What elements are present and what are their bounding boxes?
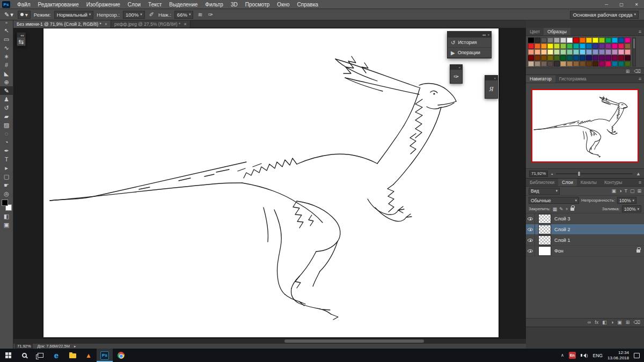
- visibility-eye-icon[interactable]: [526, 246, 535, 256]
- layer-opacity-field[interactable]: 100%▾: [617, 197, 636, 204]
- menu-item-Окно[interactable]: Окно: [273, 0, 293, 9]
- photoshop-logo-icon[interactable]: Ps: [2, 1, 10, 8]
- collapse-icon[interactable]: ◂◂: [482, 33, 485, 36]
- taskbar-clock[interactable]: 12:34 13.06.2018: [608, 350, 629, 361]
- layer-row[interactable]: Фон: [526, 246, 644, 256]
- color-swatch[interactable]: [528, 55, 534, 61]
- color-swatch[interactable]: [586, 49, 592, 55]
- color-swatch[interactable]: [554, 38, 560, 43]
- actions-panel-button[interactable]: ▶Операции: [448, 48, 491, 58]
- taskbar-chrome[interactable]: [113, 349, 129, 362]
- healing-brush-tool[interactable]: ⊕: [0, 78, 13, 86]
- layer-thumbnail[interactable]: [538, 246, 551, 256]
- brush-tool[interactable]: ✎: [0, 86, 13, 95]
- color-swatch[interactable]: [599, 38, 605, 43]
- color-swatch[interactable]: [554, 49, 560, 55]
- gradient-tool[interactable]: ▨: [0, 121, 13, 129]
- character-panel-icon[interactable]: Я: [485, 80, 497, 98]
- pressure-size-icon[interactable]: ✑: [207, 11, 214, 18]
- color-swatch[interactable]: [586, 43, 592, 49]
- lasso-tool[interactable]: ∿: [0, 43, 13, 52]
- color-swatch[interactable]: [528, 49, 534, 55]
- zoom-level-field[interactable]: 71,92%: [15, 344, 33, 349]
- delete-swatch-icon[interactable]: ⌫: [634, 69, 641, 74]
- color-swatch[interactable]: [535, 49, 540, 55]
- zoom-slider-thumb[interactable]: [577, 171, 581, 176]
- filter-pixel-icon[interactable]: ▣: [611, 188, 616, 194]
- task-view-button[interactable]: [32, 349, 48, 362]
- layer-group-icon[interactable]: ▣: [617, 320, 622, 325]
- color-swatch[interactable]: [612, 43, 618, 49]
- close-icon[interactable]: ×: [458, 66, 460, 69]
- color-swatch[interactable]: [554, 55, 560, 61]
- taskbar-photoshop[interactable]: Ps: [97, 349, 113, 362]
- delete-layer-icon[interactable]: ⌫: [633, 320, 640, 325]
- crop-tool[interactable]: #: [0, 61, 13, 69]
- color-swatch[interactable]: [541, 55, 547, 61]
- color-swatch[interactable]: [599, 43, 605, 49]
- navigator-zoom-field[interactable]: 71,92%: [529, 171, 548, 177]
- panel-menu-icon[interactable]: ≡: [636, 29, 644, 34]
- floating-dock-toggle[interactable]: ◂◂ ⇆: [17, 32, 26, 46]
- color-swatch[interactable]: [567, 61, 573, 67]
- eyedropper-tool[interactable]: ◣: [0, 69, 13, 78]
- color-swatch[interactable]: [625, 61, 631, 67]
- color-swatch[interactable]: [547, 61, 553, 67]
- layer-row[interactable]: Слой 2: [526, 224, 644, 235]
- layer-fill-field[interactable]: 100%▾: [622, 205, 641, 212]
- color-swatch[interactable]: [547, 38, 553, 43]
- panel-tab-Образцы[interactable]: Образцы: [544, 28, 570, 35]
- menu-item-Изображение[interactable]: Изображение: [83, 0, 124, 9]
- color-swatch[interactable]: [573, 43, 579, 49]
- menu-item-Фильтр[interactable]: Фильтр: [201, 0, 227, 9]
- menu-item-Справка[interactable]: Справка: [294, 0, 322, 9]
- scrollbar-thumb[interactable]: [284, 339, 424, 343]
- layer-mask-icon[interactable]: ◧: [602, 320, 607, 325]
- filter-adjustment-icon[interactable]: ◑: [619, 188, 621, 194]
- color-swatch[interactable]: [528, 43, 534, 49]
- color-swatch[interactable]: [612, 55, 618, 61]
- visibility-eye-icon[interactable]: [526, 213, 535, 224]
- visibility-eye-icon[interactable]: [526, 224, 535, 234]
- lock-all-icon[interactable]: [570, 208, 574, 211]
- flow-select[interactable]: 66%▾: [174, 11, 194, 19]
- canvas-viewport[interactable]: [13, 28, 526, 339]
- eraser-tool[interactable]: ▰: [0, 112, 13, 121]
- clone-stamp-tool[interactable]: ♟: [0, 95, 13, 104]
- quick-mask-button[interactable]: ◧: [0, 212, 13, 220]
- new-layer-icon[interactable]: ⊞: [626, 320, 630, 325]
- zoom-in-icon[interactable]: ▲: [636, 171, 641, 176]
- color-swatch[interactable]: [580, 49, 586, 55]
- panel-tab-Контуры[interactable]: Контуры: [601, 179, 626, 186]
- color-swatch[interactable]: [560, 43, 566, 49]
- layer-blend-mode-select[interactable]: Обычные▾: [529, 197, 579, 204]
- color-swatch[interactable]: [592, 55, 598, 61]
- hidden-icons-chevron[interactable]: ∧: [561, 353, 564, 358]
- layer-row[interactable]: Слой 1: [526, 235, 644, 246]
- color-swatch[interactable]: [541, 49, 547, 55]
- color-swatch[interactable]: [573, 61, 579, 67]
- document-tab[interactable]: Без имени-1 @ 71,9% (Слой 2, RGB/8) *×: [13, 20, 111, 28]
- link-layers-icon[interactable]: ∞: [588, 320, 591, 325]
- layer-thumbnail[interactable]: [538, 214, 551, 224]
- color-swatch[interactable]: [541, 38, 547, 43]
- brushes-panel-icon[interactable]: ✑: [450, 70, 462, 83]
- zoom-tool[interactable]: ◎: [0, 189, 13, 198]
- menu-item-Выделение[interactable]: Выделение: [165, 0, 201, 9]
- panel-menu-icon[interactable]: ≡: [636, 76, 644, 82]
- navigator-proxy-view[interactable]: [531, 89, 639, 162]
- color-swatch[interactable]: [586, 38, 592, 43]
- color-swatch[interactable]: [567, 38, 573, 43]
- color-swatch[interactable]: [605, 43, 611, 49]
- language-badge-icon[interactable]: En: [569, 352, 576, 359]
- magic-wand-tool[interactable]: ∗: [0, 52, 13, 61]
- color-swatch[interactable]: [605, 38, 611, 43]
- color-swatch[interactable]: [554, 61, 560, 67]
- zoom-out-icon[interactable]: ▴: [551, 172, 553, 175]
- character-panel-float[interactable]: ×Я: [485, 75, 498, 99]
- color-swatch[interactable]: [618, 38, 624, 43]
- color-swatch[interactable]: [573, 49, 579, 55]
- panel-tab-Гистограмма[interactable]: Гистограмма: [555, 75, 590, 83]
- brush-preset-picker[interactable]: ▾: [18, 11, 31, 19]
- panel-tab-Слои[interactable]: Слои: [558, 179, 577, 186]
